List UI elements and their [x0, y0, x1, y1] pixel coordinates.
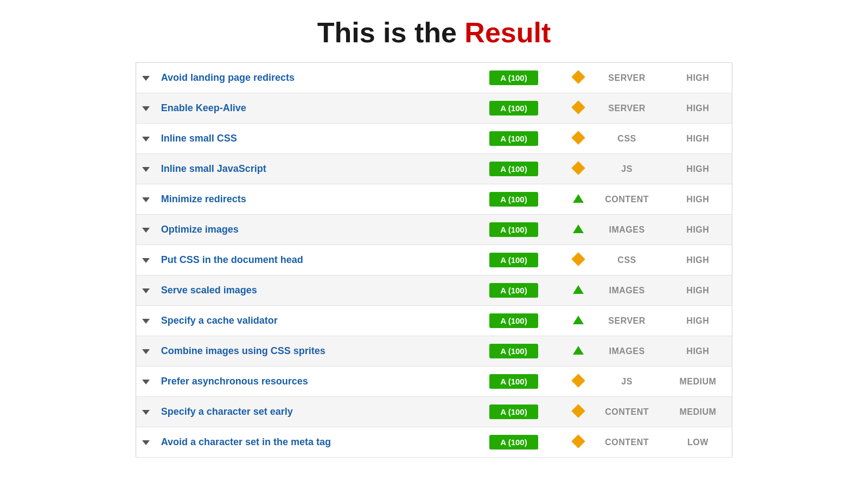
priority-label: HIGH	[664, 215, 732, 245]
score-badge: A (100)	[489, 374, 538, 389]
score-badge: A (100)	[489, 404, 538, 419]
table-row: Specify a cache validatorA (100)SERVERHI…	[136, 306, 732, 336]
item-name[interactable]: Optimize images	[161, 224, 239, 235]
type-label: IMAGES	[590, 275, 663, 306]
score-badge: A (100)	[489, 283, 538, 298]
page-title: This is the Result	[0, 0, 868, 62]
priority-label: MEDIUM	[664, 367, 732, 397]
chevron-down-icon[interactable]	[142, 380, 150, 384]
chevron-down-icon[interactable]	[142, 349, 150, 354]
priority-label: HIGH	[664, 245, 732, 275]
type-label: CONTENT	[590, 184, 663, 215]
type-label: IMAGES	[590, 215, 663, 245]
table-row: Serve scaled imagesA (100)IMAGESHIGH	[136, 275, 732, 306]
priority-label: HIGH	[664, 93, 732, 124]
table-row: Minimize redirectsA (100)CONTENTHIGH	[136, 184, 732, 215]
chevron-down-icon[interactable]	[142, 167, 150, 172]
chevron-down-icon[interactable]	[142, 319, 150, 324]
results-table: Avoid landing page redirectsA (100)SERVE…	[136, 62, 732, 458]
diamond-icon	[572, 404, 585, 418]
type-label: JS	[590, 367, 663, 397]
type-label: IMAGES	[590, 336, 663, 367]
chevron-down-icon[interactable]	[142, 228, 150, 233]
item-name[interactable]: Specify a character set early	[161, 406, 293, 417]
table-row: Inline small CSSA (100)CSSHIGH	[136, 124, 732, 154]
arrow-up-icon	[573, 346, 584, 355]
item-name[interactable]: Inline small CSS	[161, 133, 237, 144]
chevron-down-icon[interactable]	[142, 197, 150, 202]
score-badge: A (100)	[489, 192, 538, 207]
priority-label: MEDIUM	[664, 397, 732, 427]
item-name[interactable]: Enable Keep-Alive	[161, 102, 246, 113]
score-badge: A (100)	[489, 313, 538, 328]
chevron-down-icon[interactable]	[142, 76, 150, 81]
diamond-icon	[572, 374, 585, 387]
type-label: JS	[590, 154, 663, 184]
item-name[interactable]: Minimize redirects	[161, 194, 246, 204]
priority-label: LOW	[664, 427, 732, 458]
item-name[interactable]: Combine images using CSS sprites	[161, 345, 326, 356]
item-name[interactable]: Avoid a character set in the meta tag	[161, 436, 331, 447]
table-row: Specify a character set earlyA (100)CONT…	[136, 397, 732, 427]
type-label: SERVER	[590, 63, 663, 93]
chevron-down-icon[interactable]	[142, 106, 150, 111]
table-row: Put CSS in the document headA (100)CSSHI…	[136, 245, 732, 275]
item-name[interactable]: Specify a cache validator	[161, 315, 278, 326]
arrow-up-icon	[573, 285, 584, 294]
item-name[interactable]: Prefer asynchronous resources	[161, 376, 308, 387]
table-row: Enable Keep-AliveA (100)SERVERHIGH	[136, 93, 732, 124]
priority-label: HIGH	[664, 124, 732, 154]
score-badge: A (100)	[489, 435, 538, 450]
priority-label: HIGH	[664, 336, 732, 367]
arrow-up-icon	[573, 194, 584, 203]
priority-label: HIGH	[664, 275, 732, 306]
arrow-up-icon	[573, 316, 584, 324]
type-label: SERVER	[590, 306, 663, 336]
score-badge: A (100)	[489, 101, 538, 115]
chevron-down-icon[interactable]	[142, 288, 150, 293]
chevron-down-icon[interactable]	[142, 440, 150, 445]
priority-label: HIGH	[664, 306, 732, 336]
chevron-down-icon[interactable]	[142, 410, 150, 415]
item-name[interactable]: Put CSS in the document head	[161, 254, 303, 265]
table-row: Prefer asynchronous resourcesA (100)JSME…	[136, 367, 732, 397]
table-row: Avoid a character set in the meta tagA (…	[136, 427, 732, 458]
item-name[interactable]: Serve scaled images	[161, 285, 257, 296]
type-label: CONTENT	[590, 427, 663, 458]
score-badge: A (100)	[489, 344, 538, 358]
item-name[interactable]: Avoid landing page redirects	[161, 72, 295, 83]
table-row: Optimize imagesA (100)IMAGESHIGH	[136, 215, 732, 245]
score-badge: A (100)	[489, 253, 538, 267]
chevron-down-icon[interactable]	[142, 258, 150, 263]
type-label: CSS	[590, 124, 663, 154]
priority-label: HIGH	[664, 184, 732, 215]
diamond-icon	[572, 161, 585, 175]
table-row: Inline small JavaScriptA (100)JSHIGH	[136, 154, 732, 184]
type-label: SERVER	[590, 93, 663, 124]
type-label: CONTENT	[590, 397, 663, 427]
arrow-up-icon	[573, 224, 584, 233]
chevron-down-icon[interactable]	[142, 137, 150, 142]
type-label: CSS	[590, 245, 663, 275]
table-row: Avoid landing page redirectsA (100)SERVE…	[136, 63, 732, 93]
diamond-icon	[572, 434, 585, 448]
score-badge: A (100)	[489, 162, 538, 176]
table-row: Combine images using CSS spritesA (100)I…	[136, 336, 732, 367]
item-name[interactable]: Inline small JavaScript	[161, 163, 266, 174]
diamond-icon	[572, 70, 585, 84]
diamond-icon	[572, 131, 585, 144]
score-badge: A (100)	[489, 70, 538, 85]
diamond-icon	[572, 100, 585, 114]
diamond-icon	[572, 252, 585, 266]
score-badge: A (100)	[489, 131, 538, 146]
priority-label: HIGH	[664, 154, 732, 184]
score-badge: A (100)	[489, 222, 538, 237]
priority-label: HIGH	[664, 63, 732, 93]
